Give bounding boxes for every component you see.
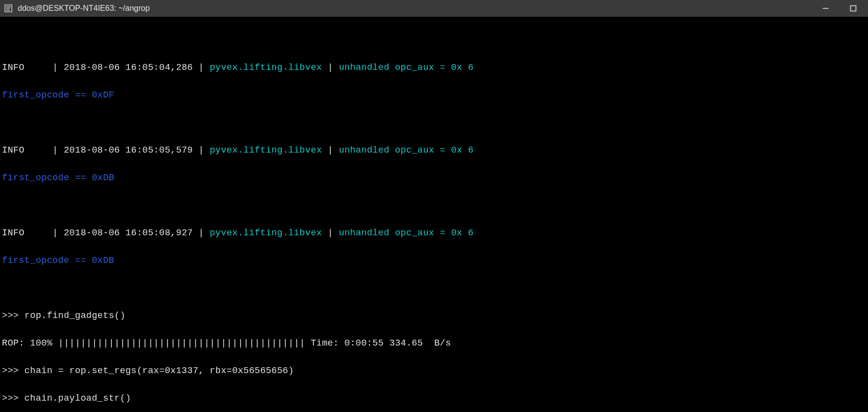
separator: | [47,145,64,156]
separator: | [322,63,339,73]
terminal-output[interactable]: INFO | 2018-08-06 16:05:04,286 | pyvex.l… [0,17,868,412]
window-controls [821,3,864,13]
log-extra: first_opcode == 0xDB [2,171,866,185]
repl-line: >>> chain = rop.set_regs(rax=0x1337, rbx… [2,364,866,378]
svg-rect-6 [851,6,856,11]
separator: | [193,228,210,238]
titlebar: ddos@DESKTOP-NT4IE63: ~/angrop [0,0,868,17]
log-level: INFO [2,145,47,156]
separator: | [193,145,210,156]
module: pyvex.lifting.libvex [210,145,322,156]
timestamp: 2018-08-06 16:05:04,286 [64,63,193,73]
log-extra: first_opcode == 0xDF [2,89,866,102]
log-line: INFO | 2018-08-06 16:05:05,579 | pyvex.l… [2,144,866,158]
log-msg: unhandled opc_aux = 0x 6 [339,63,474,73]
output-line: ROP: 100% ||||||||||||||||||||||||||||||… [2,337,866,350]
log-level: INFO [2,63,47,73]
separator: | [322,228,339,238]
module: pyvex.lifting.libvex [210,63,322,73]
separator: | [193,63,210,73]
log-msg: unhandled opc_aux = 0x 6 [339,145,474,156]
repl-line: >>> chain.payload_str() [2,392,866,406]
separator: | [47,63,64,73]
timestamp: 2018-08-06 16:05:08,927 [64,228,193,238]
separator: | [47,228,64,238]
log-msg: unhandled opc_aux = 0x 6 [339,228,474,238]
log-level: INFO [2,228,47,238]
svg-rect-0 [5,5,12,12]
log-line: INFO | 2018-08-06 16:05:04,286 | pyvex.l… [2,61,866,75]
minimize-button[interactable] [821,3,831,13]
repl-line: >>> rop.find_gadgets() [2,309,866,323]
separator: | [322,145,339,156]
maximize-button[interactable] [848,3,858,13]
window-title: ddos@DESKTOP-NT4IE63: ~/angrop [18,4,821,13]
log-line: INFO | 2018-08-06 16:05:08,927 | pyvex.l… [2,226,866,240]
module: pyvex.lifting.libvex [210,228,322,238]
app-icon [4,4,13,13]
log-extra: first_opcode == 0xDB [2,254,866,268]
timestamp: 2018-08-06 16:05:05,579 [64,145,193,156]
